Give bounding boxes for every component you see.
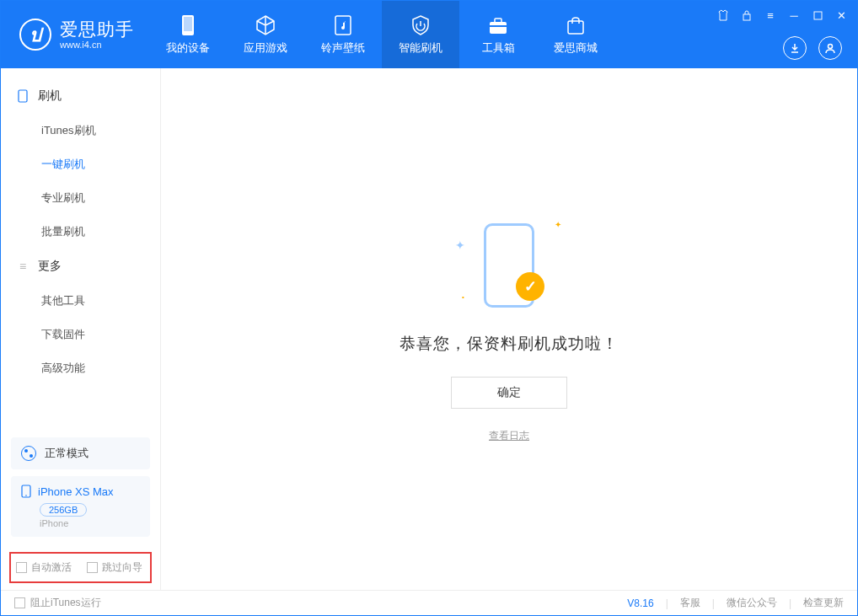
svg-rect-3 [490, 22, 507, 34]
skip-guide-checkbox[interactable]: 跳过向导 [87, 560, 142, 575]
list-icon: ≡ [16, 260, 29, 273]
phone-icon [177, 14, 199, 36]
user-button[interactable] [818, 36, 842, 60]
svg-point-12 [25, 495, 27, 496]
lock-icon[interactable] [739, 8, 754, 23]
device-icon [21, 485, 31, 498]
sidebar-item-batch-flash[interactable]: 批量刷机 [1, 215, 160, 249]
close-button[interactable]: ✕ [834, 8, 849, 23]
svg-rect-1 [184, 17, 192, 31]
view-log-link[interactable]: 查看日志 [489, 429, 529, 443]
sparkle-icon: ✦ [455, 238, 465, 252]
nav-flash[interactable]: 智能刷机 [382, 1, 459, 68]
wechat-link[interactable]: 微信公众号 [727, 596, 777, 610]
nav-my-device[interactable]: 我的设备 [149, 1, 227, 68]
check-badge-icon: ✓ [516, 272, 544, 301]
menu-icon[interactable]: ≡ [763, 8, 778, 23]
svg-rect-5 [490, 25, 507, 27]
success-illustration: ✦ ✦ • ✓ [450, 215, 568, 316]
nav-apps[interactable]: 应用游戏 [227, 1, 304, 68]
logo: ป 爱思助手 www.i4.cn [1, 1, 149, 68]
window-controls: ≡ ─ ✕ [716, 8, 849, 23]
sparkle-icon: ✦ [555, 220, 561, 229]
svg-rect-6 [568, 21, 583, 34]
version-label: V8.16 [627, 597, 653, 609]
sidebar-item-other-tools[interactable]: 其他工具 [1, 284, 160, 318]
device-info[interactable]: iPhone XS Max 256GB iPhone [11, 476, 150, 537]
sidebar-item-download-firmware[interactable]: 下载固件 [1, 318, 160, 351]
svg-rect-7 [743, 14, 750, 20]
svg-point-9 [829, 45, 833, 49]
sidebar-section-more: ≡ 更多 [1, 249, 160, 284]
auto-activate-checkbox[interactable]: 自动激活 [16, 560, 72, 575]
toolbox-icon [487, 14, 509, 36]
main-nav: 我的设备 应用游戏 铃声壁纸 智能刷机 工具箱 爱思商城 [149, 1, 614, 68]
nav-toolbox[interactable]: 工具箱 [459, 1, 537, 68]
check-update-link[interactable]: 检查更新 [803, 596, 844, 610]
sparkle-icon: • [462, 293, 464, 301]
device-storage: 256GB [40, 503, 87, 517]
flash-options-highlighted: 自动激活 跳过向导 [9, 552, 152, 583]
sidebar-section-flash: 刷机 [1, 78, 160, 114]
app-header: ป 爱思助手 www.i4.cn 我的设备 应用游戏 铃声壁纸 智能刷机 工具箱 [1, 1, 857, 68]
device-type: iPhone [40, 518, 140, 528]
cube-icon [255, 14, 276, 36]
device-name: iPhone XS Max [38, 485, 114, 498]
checkbox-icon [14, 597, 25, 608]
sidebar-item-itunes-flash[interactable]: iTunes刷机 [1, 114, 160, 147]
svg-rect-10 [19, 90, 27, 102]
phone-outline-icon [16, 89, 29, 103]
app-url: www.i4.cn [60, 40, 134, 50]
sidebar-item-oneclick-flash[interactable]: 一键刷机 [1, 147, 160, 181]
nav-store[interactable]: 爱思商城 [537, 1, 614, 68]
sidebar-item-pro-flash[interactable]: 专业刷机 [1, 181, 160, 215]
block-itunes-checkbox[interactable]: 阻止iTunes运行 [14, 596, 101, 610]
svg-rect-8 [814, 12, 822, 19]
maximize-button[interactable] [810, 8, 825, 23]
logo-icon: ป [19, 19, 51, 51]
store-icon [565, 14, 587, 36]
sidebar-item-advanced[interactable]: 高级功能 [1, 351, 160, 385]
ok-button[interactable]: 确定 [451, 377, 567, 409]
footer: 阻止iTunes运行 V8.16 | 客服 | 微信公众号 | 检查更新 [1, 590, 857, 615]
mode-icon [21, 446, 36, 461]
download-button[interactable] [783, 36, 807, 60]
shield-icon [410, 14, 432, 36]
sidebar: 刷机 iTunes刷机 一键刷机 专业刷机 批量刷机 ≡ 更多 其他工具 下载固… [1, 68, 161, 590]
success-message: 恭喜您，保资料刷机成功啦！ [400, 333, 619, 355]
app-name: 爱思助手 [60, 19, 134, 39]
music-icon [332, 14, 354, 36]
checkbox-icon [87, 562, 98, 573]
mode-status[interactable]: 正常模式 [11, 437, 150, 469]
customer-service-link[interactable]: 客服 [680, 596, 700, 610]
main-content: ✦ ✦ • ✓ 恭喜您，保资料刷机成功啦！ 确定 查看日志 [161, 68, 857, 590]
checkbox-icon [16, 562, 27, 573]
shirt-icon[interactable] [716, 8, 731, 23]
minimize-button[interactable]: ─ [786, 8, 802, 23]
nav-ringtones[interactable]: 铃声壁纸 [304, 1, 382, 68]
svg-rect-4 [495, 19, 501, 23]
